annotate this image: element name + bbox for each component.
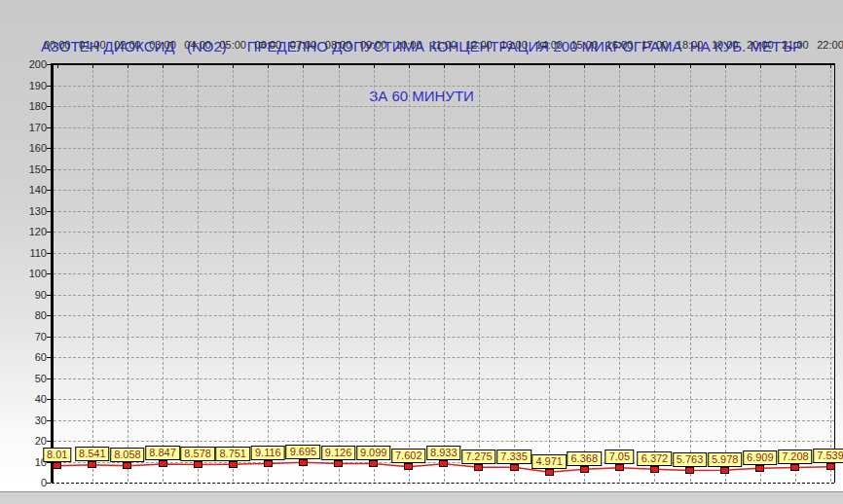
- series-line: [0, 0, 843, 504]
- data-point-marker: [299, 459, 308, 466]
- data-point-marker: [615, 464, 624, 471]
- data-point-marker: [650, 466, 659, 473]
- data-point-marker: [194, 461, 202, 468]
- data-point-marker: [790, 464, 799, 471]
- value-mark-label: 8.751: [215, 447, 250, 461]
- value-mark-label: 4.971: [531, 454, 567, 469]
- value-mark-label: 9.116: [251, 446, 285, 460]
- data-point-marker: [720, 467, 729, 474]
- data-point-marker: [826, 463, 835, 470]
- data-point-marker: [53, 462, 61, 469]
- data-point-marker: [755, 465, 764, 472]
- data-point-marker: [334, 460, 343, 467]
- plot-area: 0102030405060708090100110120130140150160…: [0, 0, 843, 504]
- value-mark-label: 6.909: [743, 450, 778, 465]
- data-point-marker: [369, 460, 378, 467]
- value-mark-label: 7.275: [461, 450, 496, 464]
- value-mark-label: 5.763: [673, 452, 708, 467]
- data-point-marker: [510, 464, 519, 471]
- value-mark-label: 8.01: [43, 448, 71, 462]
- value-mark-label: 5.978: [708, 452, 743, 467]
- value-mark-label: 9.695: [286, 445, 321, 459]
- data-point-marker: [545, 469, 554, 476]
- data-point-marker: [439, 460, 448, 467]
- data-point-marker: [88, 461, 96, 468]
- data-point-marker: [123, 462, 131, 469]
- value-mark-label: 6.372: [638, 451, 673, 466]
- data-point-marker: [229, 461, 238, 468]
- data-point-marker: [264, 460, 273, 467]
- value-mark-label: 8.058: [110, 448, 145, 462]
- value-mark-label: 9.099: [356, 446, 391, 460]
- data-point-marker: [474, 464, 483, 471]
- value-mark-label: 7.335: [496, 450, 531, 464]
- value-mark-label: 8.847: [145, 446, 180, 460]
- value-mark-label: 7.602: [391, 449, 426, 463]
- value-mark-label: 8.933: [426, 446, 461, 460]
- data-point-marker: [404, 463, 413, 470]
- data-point-marker: [580, 466, 589, 473]
- value-mark-label: 7.208: [778, 450, 813, 464]
- value-mark-label: 8.578: [180, 447, 215, 461]
- value-mark-label: 9.126: [321, 446, 356, 460]
- value-mark-label: 6.368: [568, 451, 603, 466]
- value-mark-label: 8.541: [75, 447, 110, 461]
- chart-window: АЗОТЕН ДИОКСИД (NO2) ПРЕДЕЛНО ДОПУСТИМА …: [0, 0, 843, 504]
- data-point-marker: [159, 460, 167, 467]
- value-mark-label: 7.539: [813, 449, 843, 463]
- value-mark-label: 7.05: [605, 450, 634, 464]
- data-point-marker: [685, 467, 694, 474]
